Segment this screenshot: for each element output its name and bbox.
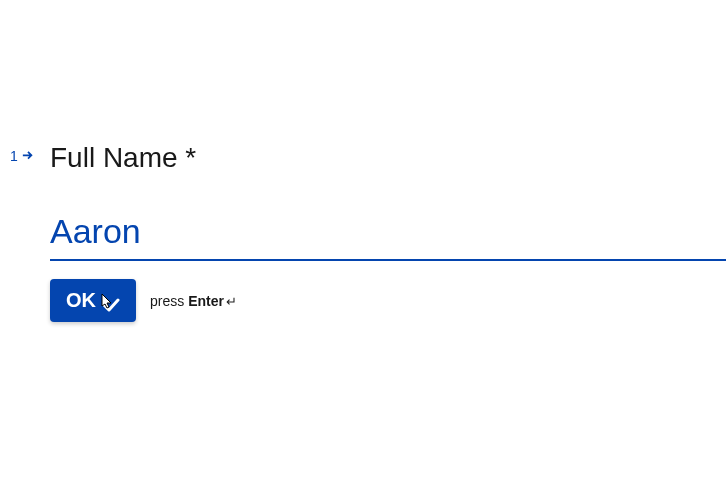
check-icon [102, 294, 120, 308]
ok-button-label: OK [66, 289, 96, 312]
hint-prefix: press [150, 293, 188, 309]
form-question-container: 1 Full Name * OK [10, 142, 726, 322]
question-number: 1 [10, 148, 18, 164]
question-content: Full Name * OK press Enter↵ [50, 142, 726, 322]
hint-key: Enter [188, 293, 224, 309]
ok-button[interactable]: OK [50, 279, 136, 322]
question-number-indicator: 1 [10, 148, 40, 164]
question-row: 1 Full Name * OK [10, 142, 726, 322]
keyboard-hint: press Enter↵ [150, 293, 237, 309]
arrow-right-icon [22, 151, 34, 161]
question-label: Full Name * [50, 142, 726, 174]
action-row: OK press Enter↵ [50, 279, 726, 322]
full-name-input[interactable] [50, 212, 726, 261]
enter-key-icon: ↵ [226, 294, 237, 309]
